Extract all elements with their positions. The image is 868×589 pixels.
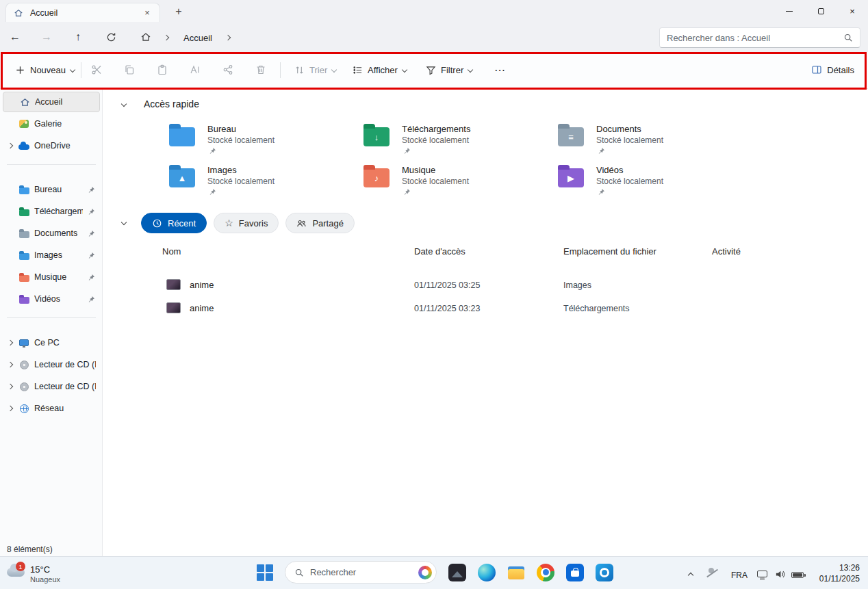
sidebar-item-reseau[interactable]: Réseau — [3, 398, 100, 419]
table-row[interactable]: anime 01/11/2025 03:23 Téléchargements — [162, 300, 847, 319]
edge-browser-icon[interactable] — [478, 564, 496, 581]
chevron-right-icon[interactable] — [8, 340, 13, 345]
tab-recent[interactable]: Récent — [141, 213, 207, 233]
clock-icon — [152, 218, 162, 228]
rename-button[interactable] — [181, 58, 209, 81]
maximize-button[interactable] — [805, 0, 837, 22]
folder-icon: ≡ — [558, 127, 584, 146]
breadcrumb-home-icon[interactable] — [140, 31, 151, 42]
sidebar-item-cd-drive-e[interactable]: Lecteur de CD (E:) 2 — [3, 376, 100, 397]
chevron-right-icon[interactable] — [8, 384, 13, 389]
column-header-nom[interactable]: Nom — [162, 246, 181, 257]
sidebar-item-images[interactable]: Images — [3, 245, 100, 265]
file-explorer-icon[interactable] — [507, 564, 525, 581]
table-row[interactable]: anime 01/11/2025 03:25 Images — [162, 276, 847, 296]
up-button[interactable]: ↑ — [66, 26, 90, 48]
sidebar-item-documents[interactable]: Documents — [3, 223, 100, 244]
downloads-folder-icon — [18, 207, 30, 216]
search-input[interactable] — [667, 33, 838, 43]
sidebar-item-label: Galerie — [34, 119, 96, 129]
chrome-browser-icon[interactable] — [537, 564, 554, 581]
sidebar-item-label: Téléchargement — [34, 207, 83, 216]
search-highlights-icon — [418, 566, 432, 579]
taskbar-clock[interactable]: 13:26 01/11/2025 — [819, 562, 860, 584]
sidebar-item-bureau[interactable]: Bureau — [3, 179, 100, 200]
photos-app-icon[interactable] — [448, 564, 466, 581]
volume-icon[interactable] — [775, 569, 785, 579]
tab-close-icon[interactable]: × — [141, 7, 153, 19]
new-tab-button[interactable]: + — [171, 4, 186, 19]
sidebar-item-telechargement[interactable]: Téléchargement — [3, 201, 100, 222]
minimize-button[interactable] — [774, 0, 805, 22]
chevron-right-icon[interactable] — [8, 406, 13, 411]
microsoft-store-icon[interactable] — [566, 564, 584, 581]
sidebar-item-label: Lecteur de CD (D:) — [34, 360, 96, 369]
breadcrumb-accueil[interactable]: Accueil — [183, 33, 212, 43]
folder-card-images[interactable]: ▲ Images Stocké localement — [168, 163, 354, 202]
search-icon[interactable] — [843, 33, 853, 42]
sidebar-item-galerie[interactable]: Galerie — [3, 114, 100, 134]
folder-card-telechargements[interactable]: ↓ Téléchargements Stocké localement — [362, 122, 548, 161]
forward-button[interactable]: → — [34, 26, 59, 48]
delete-button[interactable] — [247, 58, 275, 81]
start-button[interactable] — [257, 564, 273, 581]
toolbar-separator — [81, 62, 81, 78]
sidebar-item-onedrive[interactable]: OneDrive — [3, 135, 100, 156]
file-thumbnail — [166, 302, 181, 313]
folder-card-bureau[interactable]: Bureau Stocké localement — [168, 122, 354, 161]
cut-button[interactable] — [83, 58, 110, 81]
folder-card-musique[interactable]: ♪ Musique Stocké localement — [362, 163, 548, 202]
chevron-down-icon — [468, 67, 473, 73]
sidebar-item-musique[interactable]: Musique — [3, 267, 100, 287]
sidebar-item-accueil[interactable]: Accueil — [3, 92, 100, 112]
pin-icon — [87, 230, 96, 237]
weather-condition: Nuageux — [30, 575, 60, 584]
filter-button[interactable]: Filtrer — [419, 58, 479, 81]
notification-badge: 1 — [16, 562, 25, 571]
outlook-app-icon[interactable] — [596, 564, 613, 581]
close-button[interactable]: × — [837, 0, 868, 22]
folder-card-documents[interactable]: ≡ Documents Stocké localement — [557, 122, 743, 161]
pin-icon — [598, 147, 605, 155]
status-bar-items-count: 8 élément(s) — [7, 545, 53, 554]
details-pane-button[interactable]: Détails — [806, 58, 860, 81]
column-header-emplacement[interactable]: Emplacement du fichier — [563, 246, 656, 257]
new-button[interactable]: Nouveau — [8, 58, 81, 81]
folder-name: Vidéos — [596, 165, 624, 175]
copy-button[interactable] — [116, 58, 143, 81]
sidebar-item-ce-pc[interactable]: Ce PC — [3, 332, 100, 353]
battery-icon[interactable] — [791, 572, 804, 578]
more-options-button[interactable]: ⋯ — [487, 58, 512, 81]
tab-accueil[interactable]: Accueil × — [5, 3, 160, 22]
plus-icon — [15, 65, 25, 75]
sidebar-item-cd-drive-d[interactable]: Lecteur de CD (D:) — [3, 354, 100, 375]
chevron-right-icon[interactable] — [8, 362, 13, 367]
filter-button-label: Filtrer — [441, 65, 463, 75]
folder-card-videos[interactable]: ▶ Vidéos Stocké localement — [557, 163, 743, 202]
sidebar-item-videos[interactable]: Vidéos — [3, 289, 100, 309]
paste-button[interactable] — [149, 58, 176, 81]
column-header-date[interactable]: Date d'accès — [414, 246, 465, 257]
chevron-right-icon[interactable] — [8, 143, 13, 148]
column-header-activite[interactable]: Activité — [712, 246, 741, 257]
sidebar-item-label: Vidéos — [34, 294, 83, 304]
details-pane-label: Détails — [827, 65, 854, 75]
taskbar-search[interactable]: Rechercher — [285, 561, 437, 584]
tab-partage[interactable]: Partagé — [285, 213, 355, 233]
view-button[interactable]: Afficher — [346, 58, 413, 81]
language-indicator[interactable]: FRA — [731, 571, 748, 580]
sort-button[interactable]: Trier — [288, 58, 343, 81]
sidebar-item-label: Documents — [34, 228, 83, 238]
share-button[interactable] — [214, 58, 242, 81]
back-button[interactable]: ← — [3, 26, 27, 48]
folder-icon: ↓ — [363, 127, 390, 146]
tab-favoris[interactable]: ☆ Favoris — [214, 213, 279, 233]
maximize-icon — [818, 8, 824, 14]
sort-icon — [294, 65, 305, 75]
ethernet-icon[interactable] — [757, 571, 767, 577]
folder-name: Téléchargements — [402, 124, 470, 134]
pictures-folder-icon — [18, 251, 30, 260]
titlebar: Accueil × + × — [0, 0, 868, 22]
weather-widget[interactable]: 1 15°C Nuageux — [4, 559, 86, 589]
refresh-button[interactable] — [99, 26, 123, 48]
